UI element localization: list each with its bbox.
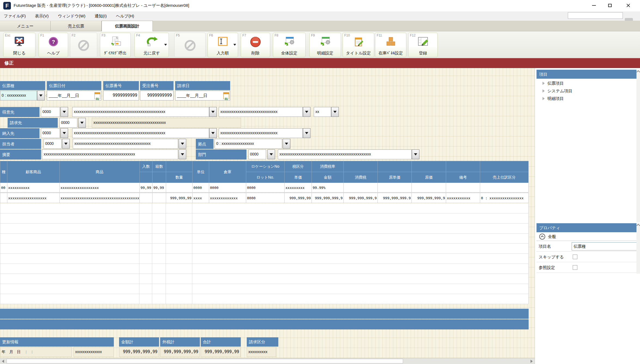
customer-name2-field[interactable]: xxxxxxxxxxxxxxxxxxxxxxxxxxxxxx [219,107,303,117]
undo-button[interactable]: F4 元に戻す [135,33,169,57]
calendar-icon[interactable] [95,92,100,99]
slip-type-field[interactable]: 0 : xxxxxxxxxx [0,91,37,100]
tree-item-detail-items[interactable]: 明細項目 [537,95,636,102]
customer-extra-field[interactable]: xx [314,107,331,117]
empty-row[interactable] [0,213,528,224]
expander-icon[interactable] [543,82,545,85]
title-settings-button[interactable]: F10 タイトル設定 [343,33,374,57]
customer-code-field[interactable]: 0000 [41,107,60,117]
cell-location-no[interactable]: 0000 [246,183,284,192]
customer-code-dropdown[interactable] [60,107,68,117]
summary-label[interactable]: 摘要 [0,149,41,160]
customer-name-field[interactable]: xxxxxxxxxxxxxxxxxxxxxxxxxxxxxxxxxxxxxxxx… [72,107,209,117]
register-button[interactable]: F12 登録 [408,33,438,57]
delivery-name2-dropdown[interactable] [303,128,310,138]
cell-warehouse[interactable]: 0000 [209,183,246,192]
cell-customer-item[interactable]: xxxxxxxxxxxxxxxxxx [7,193,59,203]
items-panel-scrollbar[interactable] [636,70,640,222]
empty-row[interactable] [0,224,528,234]
menu-notify[interactable]: 通知(I) [95,14,106,19]
undo-dropdown-arrow[interactable] [164,44,167,46]
cell-unit-price[interactable]: 999,999,99 [285,193,312,203]
col-header-tax-rate[interactable]: 消費税率 [312,161,343,172]
reference-setting-checkbox[interactable] [573,265,577,270]
cell-blank[interactable] [344,183,377,192]
summary-dropdown[interactable] [179,149,186,159]
empty-row[interactable] [0,244,528,254]
expander-icon[interactable] [543,97,545,100]
slip-type-header[interactable]: 伝票種 [0,81,45,90]
col-header-cost-unit-price[interactable]: 原単価 [378,172,412,183]
menu-file[interactable]: ファイル(F) [4,14,26,19]
overall-settings-button[interactable]: F8 全体設定 [273,33,306,57]
detail-row-2[interactable]: xxxxxxxxxxxxxxxxxx xxxxxxxxxxxxxxxxxxxxx… [0,193,529,203]
billing-class-header[interactable]: 請求区分 [247,337,278,347]
scroll-right-button[interactable] [529,358,535,364]
cell-cost-unit-price[interactable]: 999,999,999.9 [378,193,412,203]
customer-extra-dropdown[interactable] [331,107,339,117]
collapse-section-button[interactable] [539,234,545,240]
delivery-code-field[interactable]: 0000 [41,128,60,138]
empty-row[interactable] [0,264,528,274]
col-header-remarks[interactable]: 備考 [446,172,480,183]
col-header-lot-no[interactable]: ロットNo. [246,172,284,183]
delivery-code-dropdown[interactable] [60,128,68,138]
input-order-dropdown-arrow[interactable] [233,44,236,46]
customer-name-dropdown[interactable] [209,107,217,117]
close-tool-button[interactable]: Esc 閉じる [3,33,35,57]
cell-blank[interactable] [378,183,412,192]
billing-date-header[interactable]: 請求日 [175,81,230,90]
cell-item[interactable]: xxxxxxxxxxxxxxxxxxxxxxxxxxxxxxxxxxxxxxxx [60,193,139,203]
col-header-location-no[interactable]: ロケーションNo [246,161,284,172]
slip-date-header[interactable]: 伝票日付 [47,81,101,90]
cell-tax-rate[interactable]: 99.99% [312,183,343,192]
cell-blank[interactable] [480,183,528,192]
col-header-unit-price[interactable]: 単価 [285,172,312,183]
amount-total-header[interactable]: 金額計 [119,337,159,347]
cell-tax-class[interactable]: xxxxxxxxx [285,183,312,192]
empty-row[interactable] [0,234,528,244]
cell-sales-journal[interactable]: 0 : xxxxxxxxxxxxxxxx [480,193,528,203]
tab-menu[interactable]: メニュー [0,21,51,31]
detail-settings-button[interactable]: F9 明細設定 [309,33,341,57]
billing-date-field[interactable]: ____年__月__日 [175,91,230,100]
base-dropdown[interactable] [283,139,290,149]
maximize-button[interactable] [604,0,616,11]
cell-unit[interactable]: 0000 [193,183,209,192]
col-header-item[interactable]: 商品 [60,161,139,183]
summary-field[interactable]: xxxxxxxxxxxxxxxxxxxxxxxxxxxxxxxxxxxxxxxx… [42,149,178,159]
menu-view[interactable]: 表示(V) [35,14,49,19]
cell-tax[interactable]: 999,999,999,9 [344,193,377,203]
delivery-label[interactable]: 納入先 [0,128,39,138]
billing-code-dropdown[interactable] [78,118,86,128]
cell-amount[interactable]: 999,999,999,9 [312,193,343,203]
property-name-input[interactable]: 伝票種 [572,242,640,250]
slip-date-field[interactable]: ____年__月__日 [47,91,101,100]
delete-button[interactable]: F7 削除 [241,33,270,57]
col-header-tax[interactable]: 消費税 [344,172,377,183]
skip-checkbox[interactable] [573,255,577,259]
horizontal-scrollbar[interactable] [0,358,535,364]
cell-cost[interactable]: 999,999,999,9 [412,193,446,203]
grand-total-header[interactable]: 合計 [201,337,241,347]
tax-total-header[interactable]: 外税計 [160,337,200,347]
calendar-icon[interactable] [223,92,229,99]
customer-name2-dropdown[interactable] [303,107,310,117]
properties-section-general[interactable]: 全般 [537,232,640,241]
scroll-left-button[interactable] [0,358,6,364]
cell-blank[interactable] [412,183,446,192]
order-no-header[interactable]: 受注番号 [140,81,173,90]
staff-label[interactable]: 担当者 [0,139,41,149]
cell-customer-item[interactable]: xxxxxxxxxx [7,183,59,192]
notification-input[interactable] [568,12,623,19]
dept-name-dropdown[interactable] [412,149,419,159]
col-header-tax-class[interactable]: 税区分 [285,161,312,172]
col-header-unit[interactable]: 単位 [193,161,209,183]
staff-code-field[interactable]: 0000 [44,139,62,149]
dept-code-field[interactable]: 0000 [248,149,266,159]
update-info-header[interactable]: 更新情報 [0,337,114,347]
col-header-sales-journal[interactable]: 売上仕訳区分 [480,172,528,183]
stock-panel-settings-button[interactable]: F11 在庫ﾊﾟﾈﾙ設定 [375,33,406,57]
dialog-call-button[interactable]: F3 ﾀﾞｲｱﾛｸﾞ呼出 [100,33,131,57]
detail-grid-empty-rows[interactable] [0,203,529,304]
